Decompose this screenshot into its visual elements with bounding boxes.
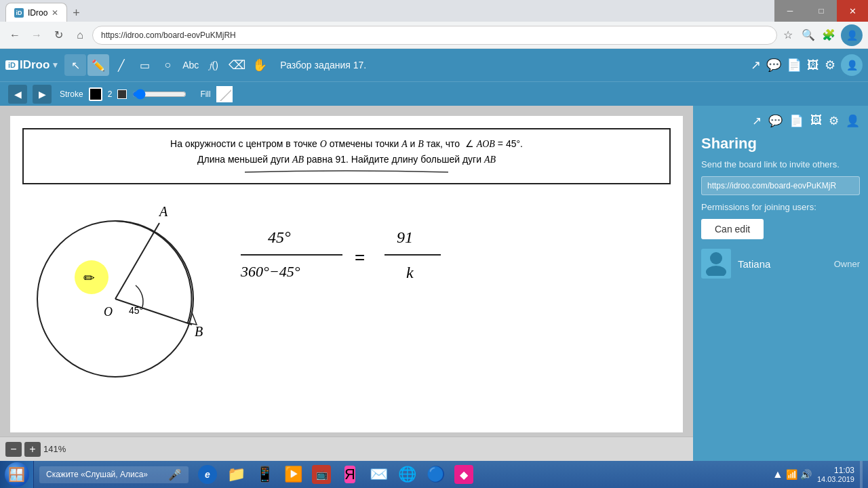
svg-text:45°: 45° [129, 305, 143, 316]
panel-user-icon[interactable]: 👤 [846, 114, 860, 128]
taskbar-app6-icon[interactable]: Я [336, 461, 363, 488]
stroke-size-preview [117, 89, 127, 99]
pages-icon[interactable]: 📄 [787, 58, 802, 73]
taskbar-app3-icon[interactable]: 📱 [251, 461, 278, 488]
zoom-bar: − + 141% [0, 436, 693, 461]
eraser-tool[interactable]: ⌫ [226, 54, 248, 76]
panel-image-icon[interactable]: 🖼 [810, 114, 822, 128]
settings-icon[interactable]: ⚙ [825, 58, 835, 73]
clock[interactable]: 11:03 14.03.2019 [817, 466, 854, 483]
problem-underline [245, 168, 448, 176]
close-button[interactable]: ✕ [837, 0, 868, 22]
tab-favicon: iD [14, 8, 24, 18]
clock-time: 11:03 [817, 466, 854, 475]
user-name: Tatiana [738, 258, 770, 270]
zoom-in-button[interactable]: + [24, 442, 41, 457]
stroke-size-value: 2 [108, 89, 113, 99]
line-tool[interactable]: ╱ [111, 54, 132, 76]
start-orb: 🪟 [5, 462, 29, 487]
taskbar-app4-icon[interactable]: ▶️ [279, 461, 307, 488]
clock-date: 14.03.2019 [817, 475, 854, 483]
show-desktop-button[interactable] [860, 461, 863, 488]
panel-share-icon[interactable]: ↗ [752, 114, 762, 128]
pen-tool[interactable]: ✏️ [87, 54, 109, 76]
logo-dropdown-icon[interactable]: ▼ [51, 60, 59, 70]
hand-tool[interactable]: ✋ [249, 54, 271, 76]
start-button[interactable]: 🪟 [0, 461, 34, 488]
extensions-icon[interactable]: 🧩 [821, 27, 837, 43]
taskbar-explorer-icon[interactable]: 📁 [222, 461, 250, 488]
text-tool[interactable]: Abc [180, 54, 201, 76]
tab-close-icon[interactable]: ✕ [52, 8, 58, 18]
stroke-size-slider[interactable] [132, 89, 186, 100]
share-icon[interactable]: ↗ [751, 58, 761, 73]
panel-settings-icon[interactable]: ⚙ [829, 114, 839, 128]
window-controls: ─ □ ✕ [774, 0, 868, 22]
can-edit-button[interactable]: Can edit [701, 219, 764, 239]
formula-tool[interactable]: 𝑓() [203, 54, 224, 76]
user-item: Tatiana Owner [701, 249, 860, 279]
url-text: https://idroo.com/board-eovPuKMjRH [101, 30, 236, 40]
svg-text:k: k [406, 264, 414, 281]
active-tab[interactable]: iD IDroo ✕ [5, 3, 67, 22]
panel-chat-icon[interactable]: 💬 [768, 114, 783, 128]
new-tab-button[interactable]: + [67, 5, 85, 22]
canvas-area: На окружности с центром в точке O отмече… [0, 106, 693, 461]
user-icon[interactable]: 👤 [841, 54, 863, 76]
back-button[interactable]: ← [5, 26, 24, 45]
home-button[interactable]: ⌂ [71, 26, 90, 45]
logo[interactable]: iD IDroo ▼ [5, 58, 59, 72]
bookmark-icon[interactable]: ☆ [780, 27, 796, 43]
logo-icon: iD [5, 60, 18, 70]
taskbar-mic-icon: 🎤 [168, 468, 182, 481]
sharing-title: Sharing [701, 135, 860, 152]
forward-button[interactable]: → [27, 26, 46, 45]
fill-color-swatch[interactable] [216, 86, 233, 102]
browser-search-icon[interactable]: 🔍 [800, 27, 816, 43]
user-avatar-browser[interactable]: 👤 [841, 24, 863, 46]
tray-hide-icon[interactable]: ▲ [772, 468, 783, 481]
taskbar-search[interactable]: Скажите «Слушай, Алиса» 🎤 [39, 466, 189, 483]
zoom-out-button[interactable]: − [5, 442, 22, 457]
avatar-icon [705, 251, 727, 276]
svg-point-18 [706, 266, 726, 276]
svg-text:B: B [195, 324, 203, 339]
cursor-tool[interactable]: ↖ [64, 54, 86, 76]
chat-icon[interactable]: 💬 [766, 58, 781, 73]
tab-title: IDroo [28, 8, 47, 18]
zoom-level: 141% [43, 444, 66, 454]
user-role: Owner [834, 259, 860, 269]
maximize-button[interactable]: □ [806, 0, 837, 22]
refresh-button[interactable]: ↻ [49, 26, 68, 45]
whiteboard-surface[interactable]: На окружности с центром в точке O отмече… [10, 116, 683, 432]
problem-line1: На окружности с центром в точке O отмече… [33, 136, 660, 152]
ellipse-tool[interactable]: ○ [157, 54, 178, 76]
logo-text: IDroo [20, 58, 50, 72]
volume-icon[interactable]: 🔊 [800, 469, 812, 480]
taskbar-app5-icon[interactable]: 📺 [308, 461, 335, 488]
taskbar-browser2-icon[interactable]: 🌐 [393, 461, 420, 488]
sharing-link[interactable]: https://idroo.com/board-eovPuKMjR [701, 176, 860, 195]
main-toolbar: iD IDroo ▼ ↖ ✏️ ╱ ▭ ○ Abc 𝑓() ⌫ ✋ Разбор… [0, 49, 868, 81]
svg-text:91: 91 [397, 228, 413, 246]
image-icon[interactable]: 🖼 [807, 58, 819, 73]
taskbar-chrome-icon[interactable]: 🔵 [422, 461, 449, 488]
next-page-button[interactable]: ▶ [33, 85, 52, 104]
address-bar[interactable]: https://idroo.com/board-eovPuKMjRH [92, 26, 777, 45]
minimize-button[interactable]: ─ [774, 0, 806, 22]
taskbar-mail-icon[interactable]: ✉️ [365, 461, 392, 488]
rectangle-tool[interactable]: ▭ [134, 54, 155, 76]
prev-page-button[interactable]: ◀ [8, 85, 27, 104]
network-icon[interactable]: 📶 [786, 469, 797, 480]
stroke-color-swatch[interactable] [89, 87, 102, 101]
panel-pages-icon[interactable]: 📄 [789, 114, 804, 128]
taskbar-pink-icon[interactable]: ◆ [450, 461, 477, 488]
math-drawing: 45° 360°−45° = 91 k [234, 221, 492, 302]
taskbar-ie-icon[interactable]: e [194, 461, 221, 488]
board-title: Разбор задания 17. [280, 60, 749, 70]
system-tray: ▲ 📶 🔊 11:03 14.03.2019 [767, 461, 868, 488]
taskbar-apps: e 📁 📱 ▶️ 📺 Я ✉️ 🌐 🔵 [194, 461, 477, 488]
taskbar: 🪟 Скажите «Слушай, Алиса» 🎤 e 📁 📱 ▶️ 📺 Я [0, 461, 868, 488]
sharing-subtitle: Send the board link to invite others. [701, 159, 860, 169]
stroke-label: Stroke [60, 89, 83, 99]
